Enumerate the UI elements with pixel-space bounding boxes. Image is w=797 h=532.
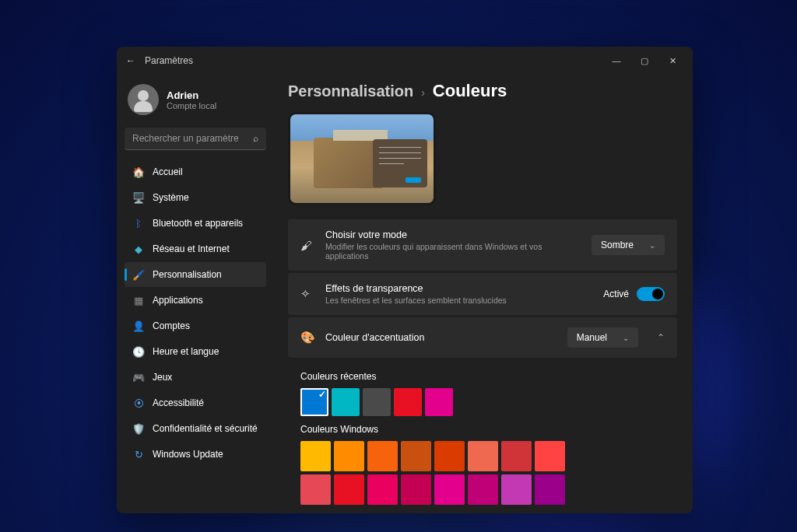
windows-color-swatch[interactable] <box>535 441 565 471</box>
windows-color-swatch[interactable] <box>401 474 431 505</box>
windows-colors-grid <box>300 441 665 505</box>
sidebar-item-applications[interactable]: ▦Applications <box>125 288 266 313</box>
sidebar-item-jeux[interactable]: 🎮Jeux <box>125 365 266 390</box>
mode-sub: Modifier les couleurs qui apparaissent d… <box>325 242 581 261</box>
sidebar-item-label: Système <box>153 192 189 203</box>
sidebar-item-label: Comptes <box>153 320 190 331</box>
recent-color-swatch[interactable] <box>332 388 360 416</box>
search-icon: ⌕ <box>253 133 258 144</box>
sidebar-item-label: Bluetooth et appareils <box>153 218 243 229</box>
sidebar: Adrien Compte local ⌕ 🏠Accueil🖥️Systèmeᛒ… <box>117 75 272 513</box>
personnalisation-icon: 🖌️ <box>132 268 145 281</box>
chevron-down-icon: ⌄ <box>623 334 629 342</box>
reseau-icon: ◆ <box>132 243 145 255</box>
accent-panel: Couleurs récentes Couleurs Windows <box>288 360 677 513</box>
profile-block[interactable]: Adrien Compte local <box>125 79 266 124</box>
sidebar-item-bluetooth[interactable]: ᛒBluetooth et appareils <box>125 211 266 236</box>
update-icon: ↻ <box>132 448 145 460</box>
transparency-toggle[interactable] <box>637 287 665 301</box>
sidebar-item-label: Réseau et Internet <box>153 243 230 254</box>
recent-colors-title: Couleurs récentes <box>300 371 665 382</box>
windows-color-swatch[interactable] <box>434 474 465 505</box>
windows-color-swatch[interactable] <box>535 474 565 505</box>
heure-icon: 🕓 <box>132 345 145 358</box>
sidebar-item-accessibilite[interactable]: ⦿Accessibilité <box>125 390 266 415</box>
sidebar-item-comptes[interactable]: 👤Comptes <box>125 313 266 338</box>
recent-color-swatch[interactable] <box>394 388 422 416</box>
page-title: Couleurs <box>433 81 507 101</box>
mode-value: Sombre <box>601 240 634 250</box>
bluetooth-icon: ᛒ <box>132 217 145 229</box>
maximize-button[interactable]: ▢ <box>630 50 658 72</box>
palette-icon: 🎨 <box>300 331 314 345</box>
desktop-preview <box>288 112 436 205</box>
windows-color-swatch[interactable] <box>334 441 364 471</box>
sidebar-item-label: Applications <box>153 295 203 306</box>
mode-title: Choisir votre mode <box>325 229 581 240</box>
accent-row[interactable]: 🎨 Couleur d'accentuation Manuel ⌄ ⌃ <box>288 317 677 358</box>
accent-dropdown[interactable]: Manuel ⌄ <box>567 327 638 348</box>
windows-color-swatch[interactable] <box>334 474 364 505</box>
main-panel: Personnalisation › Couleurs 🖌 Choisir vo… <box>272 75 693 513</box>
sidebar-item-systeme[interactable]: 🖥️Système <box>125 185 266 210</box>
recent-color-swatch[interactable] <box>363 388 391 416</box>
sidebar-item-label: Confidentialité et sécurité <box>153 423 258 434</box>
mode-dropdown[interactable]: Sombre ⌄ <box>592 235 665 255</box>
applications-icon: ▦ <box>132 294 145 306</box>
windows-color-swatch[interactable] <box>367 441 398 471</box>
windows-color-swatch[interactable] <box>501 474 532 505</box>
windows-color-swatch[interactable] <box>401 441 431 471</box>
mode-row[interactable]: 🖌 Choisir votre mode Modifier les couleu… <box>288 219 677 271</box>
search-box[interactable]: ⌕ <box>125 128 266 150</box>
sparkle-icon: ✧ <box>300 287 314 301</box>
sidebar-item-label: Accessibilité <box>153 397 204 408</box>
close-button[interactable]: ✕ <box>658 50 686 72</box>
sidebar-item-label: Jeux <box>153 372 172 383</box>
recent-colors-row <box>300 388 665 416</box>
sidebar-item-confidentialite[interactable]: 🛡️Confidentialité et sécurité <box>125 416 266 441</box>
accueil-icon: 🏠 <box>132 166 145 178</box>
accessibilite-icon: ⦿ <box>132 397 145 409</box>
windows-color-swatch[interactable] <box>300 441 331 471</box>
accent-value: Manuel <box>577 332 607 343</box>
sidebar-item-reseau[interactable]: ◆Réseau et Internet <box>125 236 266 261</box>
sidebar-item-label: Windows Update <box>153 449 223 460</box>
confidentialite-icon: 🛡️ <box>132 422 145 435</box>
recent-color-swatch[interactable] <box>425 388 453 416</box>
sidebar-item-label: Accueil <box>153 166 183 177</box>
systeme-icon: 🖥️ <box>132 191 145 204</box>
windows-color-swatch[interactable] <box>501 441 532 471</box>
transparency-sub: Les fenêtres et les surfaces semblent tr… <box>325 296 592 305</box>
transparency-state: Activé <box>603 289 629 299</box>
minimize-button[interactable]: — <box>602 50 630 72</box>
chevron-right-icon: › <box>421 86 425 99</box>
sidebar-item-heure[interactable]: 🕓Heure et langue <box>125 339 266 364</box>
breadcrumb-root[interactable]: Personnalisation <box>288 82 413 100</box>
profile-sub: Compte local <box>167 101 216 110</box>
breadcrumb: Personnalisation › Couleurs <box>288 75 690 112</box>
transparency-title: Effets de transparence <box>325 283 592 294</box>
brush-icon: 🖌 <box>300 239 314 252</box>
jeux-icon: 🎮 <box>132 371 145 383</box>
avatar-icon <box>128 84 159 115</box>
back-button[interactable]: ← <box>123 55 139 66</box>
settings-window: ← Paramètres — ▢ ✕ Adrien Compte local ⌕… <box>117 47 693 513</box>
sidebar-nav: 🏠Accueil🖥️SystèmeᛒBluetooth et appareils… <box>125 159 266 467</box>
collapse-button[interactable]: ⌃ <box>657 332 665 343</box>
transparency-row[interactable]: ✧ Effets de transparence Les fenêtres et… <box>288 273 677 315</box>
sidebar-item-label: Personnalisation <box>153 269 222 280</box>
chevron-down-icon: ⌄ <box>649 241 655 250</box>
windows-color-swatch[interactable] <box>300 474 331 505</box>
search-input[interactable] <box>132 133 253 144</box>
recent-color-swatch[interactable] <box>300 388 328 416</box>
sidebar-item-accueil[interactable]: 🏠Accueil <box>125 159 266 184</box>
accent-title: Couleur d'accentuation <box>325 332 556 343</box>
windows-color-swatch[interactable] <box>468 474 498 505</box>
comptes-icon: 👤 <box>132 320 145 332</box>
titlebar: ← Paramètres — ▢ ✕ <box>117 47 693 75</box>
sidebar-item-personnalisation[interactable]: 🖌️Personnalisation <box>125 262 266 287</box>
windows-color-swatch[interactable] <box>367 474 398 505</box>
windows-color-swatch[interactable] <box>434 441 465 471</box>
sidebar-item-update[interactable]: ↻Windows Update <box>125 442 266 467</box>
windows-color-swatch[interactable] <box>468 441 498 471</box>
